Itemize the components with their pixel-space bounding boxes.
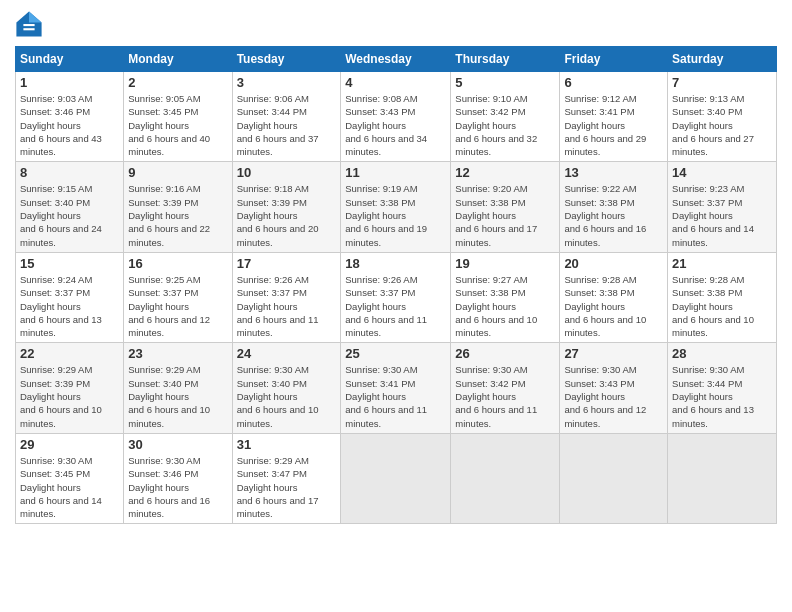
sunrise: Sunrise: 9:26 AM (237, 274, 309, 285)
daylight-value: and 6 hours and 17 minutes. (455, 223, 537, 247)
day-info: Sunrise: 9:30 AMSunset: 3:46 PMDaylight … (128, 454, 227, 520)
logo (15, 10, 45, 38)
daylight-label: Daylight hours (128, 120, 189, 131)
day-cell: 22Sunrise: 9:29 AMSunset: 3:39 PMDayligh… (16, 343, 124, 433)
daylight-value: and 6 hours and 32 minutes. (455, 133, 537, 157)
sunset: Sunset: 3:42 PM (455, 378, 525, 389)
sunset: Sunset: 3:39 PM (237, 197, 307, 208)
sunset: Sunset: 3:45 PM (20, 468, 90, 479)
day-cell: 2Sunrise: 9:05 AMSunset: 3:45 PMDaylight… (124, 72, 232, 162)
day-header-saturday: Saturday (668, 47, 777, 72)
sunrise: Sunrise: 9:30 AM (20, 455, 92, 466)
day-cell: 20Sunrise: 9:28 AMSunset: 3:38 PMDayligh… (560, 252, 668, 342)
sunrise: Sunrise: 9:24 AM (20, 274, 92, 285)
sunrise: Sunrise: 9:29 AM (237, 455, 309, 466)
daylight-label: Daylight hours (128, 391, 189, 402)
daylight-value: and 6 hours and 10 minutes. (564, 314, 646, 338)
day-number: 12 (455, 165, 555, 180)
day-number: 10 (237, 165, 337, 180)
week-row-3: 15Sunrise: 9:24 AMSunset: 3:37 PMDayligh… (16, 252, 777, 342)
sunrise: Sunrise: 9:30 AM (455, 364, 527, 375)
sunset: Sunset: 3:37 PM (128, 287, 198, 298)
day-info: Sunrise: 9:10 AMSunset: 3:42 PMDaylight … (455, 92, 555, 158)
day-number: 5 (455, 75, 555, 90)
day-number: 20 (564, 256, 663, 271)
day-info: Sunrise: 9:13 AMSunset: 3:40 PMDaylight … (672, 92, 772, 158)
daylight-value: and 6 hours and 14 minutes. (672, 223, 754, 247)
daylight-label: Daylight hours (455, 391, 516, 402)
sunset: Sunset: 3:38 PM (455, 197, 525, 208)
daylight-label: Daylight hours (564, 210, 625, 221)
sunset: Sunset: 3:42 PM (455, 106, 525, 117)
sunrise: Sunrise: 9:29 AM (20, 364, 92, 375)
day-header-thursday: Thursday (451, 47, 560, 72)
sunrise: Sunrise: 9:30 AM (345, 364, 417, 375)
day-cell: 16Sunrise: 9:25 AMSunset: 3:37 PMDayligh… (124, 252, 232, 342)
daylight-value: and 6 hours and 24 minutes. (20, 223, 102, 247)
day-cell: 31Sunrise: 9:29 AMSunset: 3:47 PMDayligh… (232, 433, 341, 523)
daylight-label: Daylight hours (237, 391, 298, 402)
sunrise: Sunrise: 9:19 AM (345, 183, 417, 194)
sunset: Sunset: 3:38 PM (564, 287, 634, 298)
sunrise: Sunrise: 9:16 AM (128, 183, 200, 194)
daylight-label: Daylight hours (564, 120, 625, 131)
sunset: Sunset: 3:40 PM (672, 106, 742, 117)
sunrise: Sunrise: 9:12 AM (564, 93, 636, 104)
day-number: 17 (237, 256, 337, 271)
day-info: Sunrise: 9:25 AMSunset: 3:37 PMDaylight … (128, 273, 227, 339)
daylight-label: Daylight hours (455, 120, 516, 131)
sunrise: Sunrise: 9:28 AM (564, 274, 636, 285)
day-info: Sunrise: 9:26 AMSunset: 3:37 PMDaylight … (237, 273, 337, 339)
day-info: Sunrise: 9:29 AMSunset: 3:47 PMDaylight … (237, 454, 337, 520)
day-number: 22 (20, 346, 119, 361)
day-number: 23 (128, 346, 227, 361)
daylight-label: Daylight hours (128, 210, 189, 221)
sunset: Sunset: 3:37 PM (237, 287, 307, 298)
sunset: Sunset: 3:40 PM (237, 378, 307, 389)
week-row-4: 22Sunrise: 9:29 AMSunset: 3:39 PMDayligh… (16, 343, 777, 433)
week-row-1: 1Sunrise: 9:03 AMSunset: 3:46 PMDaylight… (16, 72, 777, 162)
day-number: 13 (564, 165, 663, 180)
day-cell: 12Sunrise: 9:20 AMSunset: 3:38 PMDayligh… (451, 162, 560, 252)
week-row-2: 8Sunrise: 9:15 AMSunset: 3:40 PMDaylight… (16, 162, 777, 252)
day-number: 7 (672, 75, 772, 90)
daylight-label: Daylight hours (564, 391, 625, 402)
day-number: 26 (455, 346, 555, 361)
daylight-value: and 6 hours and 10 minutes. (237, 404, 319, 428)
day-number: 2 (128, 75, 227, 90)
day-number: 25 (345, 346, 446, 361)
daylight-value: and 6 hours and 10 minutes. (20, 404, 102, 428)
daylight-value: and 6 hours and 43 minutes. (20, 133, 102, 157)
day-cell: 6Sunrise: 9:12 AMSunset: 3:41 PMDaylight… (560, 72, 668, 162)
sunrise: Sunrise: 9:30 AM (564, 364, 636, 375)
day-number: 18 (345, 256, 446, 271)
daylight-value: and 6 hours and 17 minutes. (237, 495, 319, 519)
day-info: Sunrise: 9:30 AMSunset: 3:44 PMDaylight … (672, 363, 772, 429)
day-header-tuesday: Tuesday (232, 47, 341, 72)
day-number: 16 (128, 256, 227, 271)
daylight-value: and 6 hours and 13 minutes. (672, 404, 754, 428)
daylight-label: Daylight hours (20, 301, 81, 312)
day-cell: 25Sunrise: 9:30 AMSunset: 3:41 PMDayligh… (341, 343, 451, 433)
day-info: Sunrise: 9:29 AMSunset: 3:40 PMDaylight … (128, 363, 227, 429)
daylight-label: Daylight hours (20, 482, 81, 493)
day-info: Sunrise: 9:30 AMSunset: 3:43 PMDaylight … (564, 363, 663, 429)
daylight-label: Daylight hours (237, 210, 298, 221)
sunset: Sunset: 3:46 PM (20, 106, 90, 117)
daylight-value: and 6 hours and 10 minutes. (672, 314, 754, 338)
sunset: Sunset: 3:45 PM (128, 106, 198, 117)
day-info: Sunrise: 9:22 AMSunset: 3:38 PMDaylight … (564, 182, 663, 248)
daylight-value: and 6 hours and 14 minutes. (20, 495, 102, 519)
sunrise: Sunrise: 9:15 AM (20, 183, 92, 194)
daylight-label: Daylight hours (345, 301, 406, 312)
sunset: Sunset: 3:41 PM (564, 106, 634, 117)
day-cell: 19Sunrise: 9:27 AMSunset: 3:38 PMDayligh… (451, 252, 560, 342)
day-info: Sunrise: 9:18 AMSunset: 3:39 PMDaylight … (237, 182, 337, 248)
day-number: 6 (564, 75, 663, 90)
day-number: 19 (455, 256, 555, 271)
sunrise: Sunrise: 9:25 AM (128, 274, 200, 285)
daylight-label: Daylight hours (564, 301, 625, 312)
sunrise: Sunrise: 9:05 AM (128, 93, 200, 104)
day-info: Sunrise: 9:30 AMSunset: 3:42 PMDaylight … (455, 363, 555, 429)
day-cell (668, 433, 777, 523)
